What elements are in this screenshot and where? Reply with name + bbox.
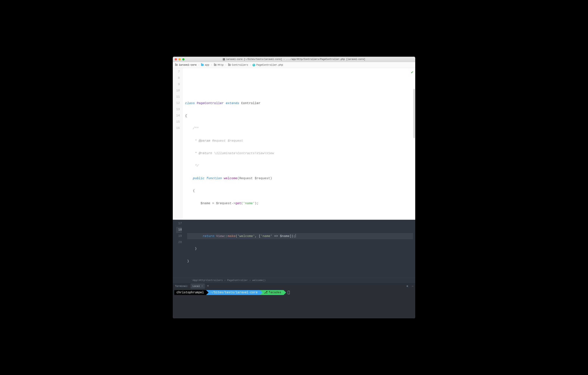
git-branch-icon: ⎇ (264, 290, 267, 295)
gutter: 7 8 9 10 11 12 13 14 15 16 (173, 68, 183, 220)
editor[interactable]: 7 8 9 10 11 12 13 14 15 16 ✔ class PageC… (173, 68, 415, 220)
crumb-file[interactable]: CPageController.php (252, 64, 284, 66)
editor-dark[interactable]: 17 18 19 20 return View::make('welcome',… (173, 220, 415, 277)
line-number: 17 (176, 221, 182, 227)
line-number: 13 (176, 106, 180, 113)
terminal[interactable]: christophrumpel ~/Sites/tests/laravel-co… (173, 289, 415, 318)
line-number: 20 (176, 239, 182, 245)
crumb-app[interactable]: app (200, 64, 210, 66)
line-number: 9 (176, 81, 180, 88)
crumb-label: Controllers (232, 64, 248, 66)
folder-icon (175, 64, 178, 66)
crumb-label: PageController.php (256, 64, 283, 66)
prompt: christophrumpel ~/Sites/tests/laravel-co… (174, 290, 414, 295)
add-terminal-button[interactable]: + (205, 284, 211, 288)
terminal-tab-label: Local (192, 285, 200, 287)
line-number: 12 (176, 100, 180, 106)
crumb-label: Http (218, 64, 223, 66)
window-zoom-button[interactable] (182, 58, 185, 60)
crumb-controllers[interactable]: Controllers (227, 64, 249, 66)
code-light[interactable]: ✔ class PageController extends Controlle… (183, 68, 415, 220)
line-number: 7 (176, 69, 180, 75)
prompt-path: ~/Sites/tests/laravel-core (206, 290, 260, 295)
line-number: 10 (176, 88, 180, 94)
crumb-http[interactable]: Http (213, 64, 224, 66)
line-number: 8 (176, 75, 180, 81)
traffic-lights (175, 58, 185, 60)
ide-window: laravel-core [~/Sites/tests/laravel-core… (173, 57, 415, 318)
class-icon: C (252, 64, 255, 66)
window-title: laravel-core [~/Sites/tests/laravel-core… (223, 58, 365, 61)
crumb-label: laravel-core (179, 64, 197, 66)
code-dark[interactable]: return View::make('welcome', ['name' => … (185, 220, 415, 277)
inspection-ok-icon[interactable]: ✔ (411, 69, 413, 76)
line-number: 15 (176, 119, 180, 125)
terminal-tab-local[interactable]: Local × (190, 283, 205, 289)
terminal-cursor (288, 291, 290, 294)
chevron-right-icon: › (250, 64, 251, 66)
chevron-right-icon: › (198, 64, 200, 66)
chevron-right-icon: › (225, 64, 227, 66)
breadcrumb: laravel-core › app › Http › Controllers … (173, 62, 415, 68)
window-minimize-button[interactable] (178, 58, 181, 60)
terminal-label: Terminal: (173, 285, 190, 287)
minimize-panel-button[interactable]: — (410, 285, 415, 287)
line-number: 18 (176, 227, 182, 233)
line-number: 11 (176, 94, 180, 100)
titlebar: laravel-core [~/Sites/tests/laravel-core… (173, 57, 415, 62)
folder-icon (214, 64, 217, 66)
project-icon (223, 58, 225, 60)
prompt-branch: ⎇facades (260, 290, 284, 295)
chevron-right-icon: › (211, 64, 212, 66)
crumb-label: app (205, 64, 209, 66)
terminal-tabs: Terminal: Local × + ⚙ — (173, 283, 415, 289)
crumb-root[interactable]: laravel-core (174, 64, 197, 66)
line-number: 14 (176, 113, 180, 119)
window-title-text: laravel-core [~/Sites/tests/laravel-core… (226, 58, 365, 61)
close-icon[interactable]: × (201, 285, 203, 287)
line-number: 19 (176, 233, 182, 239)
prompt-user: christophrumpel (174, 290, 206, 295)
context-breadcrumb[interactable]: \App\Http\Controllers › PageController ›… (173, 277, 415, 283)
gutter: 17 18 19 20 (173, 220, 185, 277)
text-caret (295, 234, 296, 238)
line-number: 16 (176, 125, 180, 131)
folder-icon (201, 64, 204, 66)
window-close-button[interactable] (175, 58, 177, 60)
folder-icon (228, 64, 231, 66)
gear-icon[interactable]: ⚙ (405, 285, 410, 287)
scrollbar[interactable] (413, 89, 415, 138)
